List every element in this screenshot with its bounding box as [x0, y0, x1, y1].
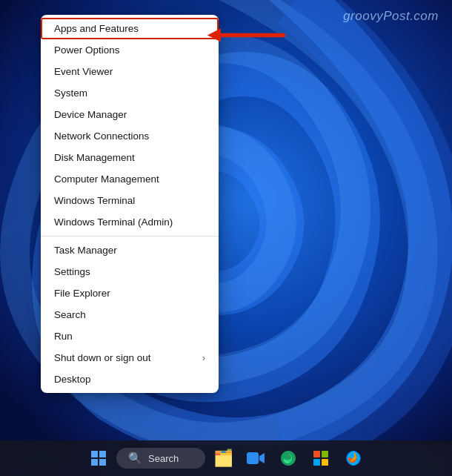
- menu-item-event-viewer[interactable]: Event Viewer: [41, 61, 219, 82]
- menu-item-label: Settings: [54, 266, 90, 277]
- menu-item-label: Event Viewer: [54, 66, 113, 77]
- menu-item-shutdown-signout[interactable]: Shut down or sign out›: [41, 347, 219, 368]
- folder-icon: 🗂️: [213, 449, 233, 468]
- taskbar-file-explorer-icon[interactable]: 🗂️: [208, 443, 238, 473]
- menu-item-label: Computer Management: [54, 173, 159, 185]
- menu-item-disk-management[interactable]: Disk Management: [41, 147, 219, 168]
- submenu-arrow-icon: ›: [202, 353, 205, 363]
- menu-item-desktop[interactable]: Desktop: [41, 368, 219, 390]
- menu-item-run[interactable]: Run: [41, 325, 219, 347]
- menu-item-label: Windows Terminal: [54, 195, 135, 206]
- menu-item-apps-features[interactable]: Apps and Features: [41, 18, 219, 39]
- menu-item-label: Apps and Features: [54, 23, 139, 34]
- windows-start-button[interactable]: [84, 443, 113, 473]
- menu-item-file-explorer[interactable]: File Explorer: [41, 282, 219, 304]
- context-menu: Apps and FeaturesPower OptionsEvent View…: [41, 15, 219, 393]
- menu-item-label: Power Options: [54, 44, 120, 56]
- svg-marker-1: [207, 28, 221, 42]
- svg-rect-8: [313, 451, 320, 457]
- menu-item-label: Device Manager: [54, 109, 127, 120]
- menu-item-device-manager[interactable]: Device Manager: [41, 104, 219, 125]
- menu-item-label: Windows Terminal (Admin): [54, 216, 173, 228]
- menu-item-label: Task Manager: [54, 245, 117, 256]
- red-arrow: [199, 16, 288, 53]
- svg-rect-11: [322, 459, 328, 466]
- menu-divider: [41, 236, 219, 237]
- menu-item-label: File Explorer: [54, 288, 110, 299]
- menu-item-computer-management[interactable]: Computer Management: [41, 168, 219, 190]
- menu-item-network-connections[interactable]: Network Connections: [41, 125, 219, 147]
- taskbar-search-label: Search: [148, 453, 179, 464]
- menu-item-system[interactable]: System: [41, 82, 219, 104]
- watermark: groovyPost.com: [343, 9, 439, 24]
- menu-item-label: Network Connections: [54, 130, 149, 142]
- taskbar: 🔍 Search 🗂️: [0, 440, 452, 476]
- svg-rect-9: [322, 451, 328, 457]
- search-icon: 🔍: [128, 452, 142, 465]
- menu-item-label: Search: [54, 309, 86, 320]
- taskbar-store-icon[interactable]: [306, 443, 336, 473]
- svg-rect-2: [91, 451, 98, 457]
- menu-item-label: Desktop: [54, 374, 91, 385]
- menu-item-label: System: [54, 87, 87, 99]
- menu-item-task-manager[interactable]: Task Manager: [41, 239, 219, 261]
- menu-item-label: Disk Management: [54, 152, 135, 163]
- taskbar-search-bar[interactable]: 🔍 Search: [116, 448, 205, 469]
- svg-rect-10: [313, 459, 320, 466]
- menu-item-settings[interactable]: Settings: [41, 261, 219, 282]
- menu-item-power-options[interactable]: Power Options: [41, 39, 219, 61]
- menu-item-label: Run: [54, 331, 73, 342]
- taskbar-icons: 🔍 Search 🗂️: [84, 443, 368, 473]
- menu-item-windows-terminal[interactable]: Windows Terminal: [41, 190, 219, 211]
- svg-rect-4: [91, 459, 98, 466]
- taskbar-edge-icon[interactable]: [273, 443, 303, 473]
- svg-marker-7: [259, 453, 265, 463]
- menu-item-windows-terminal-admin[interactable]: Windows Terminal (Admin): [41, 211, 219, 233]
- taskbar-firefox-icon[interactable]: [339, 443, 368, 473]
- taskbar-zoom-icon[interactable]: [241, 443, 270, 473]
- svg-rect-6: [247, 452, 259, 464]
- svg-rect-3: [99, 451, 106, 457]
- svg-rect-5: [99, 459, 106, 466]
- menu-item-search[interactable]: Search: [41, 304, 219, 325]
- menu-item-label: Shut down or sign out: [54, 352, 151, 363]
